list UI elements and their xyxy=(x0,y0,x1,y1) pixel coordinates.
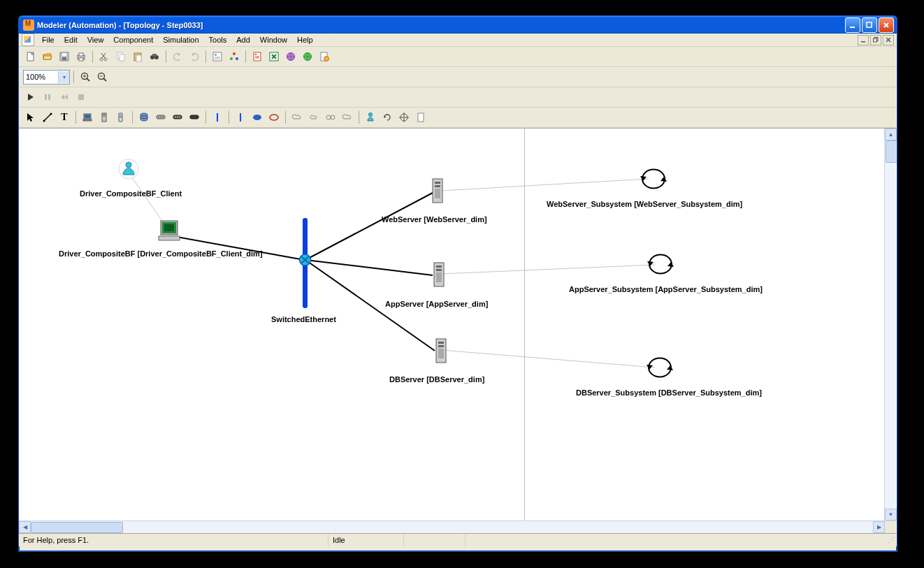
chevron-down-icon: ▾ xyxy=(58,71,69,83)
scroll-up-button[interactable]: ▲ xyxy=(885,129,897,140)
scroll-right-button[interactable]: ▶ xyxy=(873,521,885,533)
menu-help[interactable]: Help xyxy=(292,34,318,45)
pause-button[interactable] xyxy=(40,89,55,105)
rgb-dots-icon xyxy=(229,51,240,62)
redo-button[interactable] xyxy=(187,49,202,64)
mdi-minimize-button[interactable] xyxy=(858,35,869,45)
color-button[interactable] xyxy=(226,49,242,64)
svg-rect-70 xyxy=(240,113,241,122)
svg-line-47 xyxy=(44,114,51,121)
report2-button[interactable] xyxy=(317,49,332,64)
menu-file[interactable]: File xyxy=(37,34,59,45)
svg-rect-21 xyxy=(213,52,222,61)
find-button[interactable] xyxy=(147,49,162,64)
mdi-close-button[interactable] xyxy=(883,35,894,45)
db-subsystem-label[interactable]: DBServer_Subsystem [DBServer_Subsystem_d… xyxy=(576,388,762,397)
zoom-out-button[interactable] xyxy=(94,69,110,85)
vert-bar-tool[interactable] xyxy=(233,110,248,125)
svg-point-65 xyxy=(175,117,176,118)
rewind-button[interactable] xyxy=(57,89,72,105)
cloud-tool-3[interactable] xyxy=(340,110,355,125)
copy-button[interactable] xyxy=(113,49,129,64)
edge-icon xyxy=(43,112,52,122)
stop-button[interactable] xyxy=(73,89,89,105)
ellipse-outline-tool[interactable] xyxy=(266,110,282,125)
vertical-scrollbar[interactable]: ▲ ▼ xyxy=(884,129,897,520)
play-button[interactable] xyxy=(23,89,38,105)
horizontal-scrollbar[interactable]: ◀ ▶ xyxy=(19,520,897,533)
svg-rect-95 xyxy=(164,224,174,231)
menu-simulation[interactable]: Simulation xyxy=(158,34,203,45)
cut-button[interactable] xyxy=(96,49,112,64)
cloud-tool-1[interactable] xyxy=(289,110,305,125)
actor-tool[interactable] xyxy=(363,110,378,125)
mobile-tool[interactable] xyxy=(113,110,129,125)
svg-point-27 xyxy=(236,57,238,60)
report-button[interactable] xyxy=(250,49,265,64)
appserver-label[interactable]: AppServer [AppServer_dim] xyxy=(385,300,488,308)
excel-button[interactable] xyxy=(266,49,282,64)
print-button[interactable] xyxy=(73,49,89,64)
vertical-scroll-thumb[interactable] xyxy=(886,140,897,163)
close-button[interactable] xyxy=(879,17,894,33)
cycle-tool[interactable] xyxy=(380,110,395,125)
menu-view[interactable]: View xyxy=(82,34,109,45)
doc-tool[interactable] xyxy=(413,110,428,125)
switch-label[interactable]: SwitchedEthernet xyxy=(271,315,336,323)
zoom-in-button[interactable] xyxy=(78,69,93,85)
server-tool[interactable] xyxy=(96,110,112,125)
save-icon xyxy=(59,51,70,62)
rack-tool-1[interactable] xyxy=(153,110,168,125)
report-icon xyxy=(252,51,263,62)
ellipse-fill-tool[interactable] xyxy=(250,110,265,125)
mdi-restore-button[interactable] xyxy=(870,35,881,45)
scroll-down-button[interactable]: ▼ xyxy=(885,509,897,520)
dbserver-label[interactable]: DBServer [DBServer_dim] xyxy=(389,375,484,384)
rack-tool-3[interactable] xyxy=(187,110,202,125)
menu-add[interactable]: Add xyxy=(231,34,255,45)
paste-button[interactable] xyxy=(130,49,145,64)
driver-label[interactable]: Driver_CompositeBF [Driver_CompositeBF_C… xyxy=(59,249,263,258)
disk-tool[interactable] xyxy=(136,110,152,125)
svg-rect-0 xyxy=(850,27,855,28)
titlebar[interactable]: Modeler (Automation) - [Topology - Step0… xyxy=(19,16,897,34)
open-button[interactable] xyxy=(40,49,55,64)
zoom-combo[interactable]: 100% ▾ xyxy=(23,70,70,85)
horizontal-scroll-thumb[interactable] xyxy=(31,522,123,533)
rack-tool-2[interactable] xyxy=(170,110,185,125)
workstation-tool[interactable] xyxy=(80,110,95,125)
globe1-button[interactable] xyxy=(283,49,298,64)
menu-edit[interactable]: Edit xyxy=(59,34,82,45)
properties-button[interactable] xyxy=(210,49,225,64)
rewind-icon xyxy=(60,93,68,101)
new-button[interactable] xyxy=(23,49,38,64)
app-subsystem-label[interactable]: AppServer_Subsystem [AppServer_Subsystem… xyxy=(569,285,763,293)
driver-client-label[interactable]: Driver_CompositeBF_Client xyxy=(80,189,182,198)
undo-button[interactable] xyxy=(170,49,185,64)
bus-tool[interactable] xyxy=(210,110,225,125)
menu-component[interactable]: Component xyxy=(108,34,158,45)
web-subsystem-label[interactable]: WebServer_Subsystem [WebServer_Subsystem… xyxy=(547,200,742,208)
undo-icon xyxy=(172,51,183,62)
link-tool[interactable] xyxy=(323,110,338,125)
svg-rect-45 xyxy=(48,94,50,100)
menu-tools[interactable]: Tools xyxy=(204,34,232,45)
minimize-button[interactable] xyxy=(845,17,860,33)
globe2-button[interactable] xyxy=(300,49,315,64)
svg-line-82 xyxy=(441,265,654,274)
resize-grip-icon[interactable]: ⋰ xyxy=(884,536,897,545)
target-tool[interactable] xyxy=(396,110,412,125)
statusbar: For Help, press F1. Idle ⋰ xyxy=(19,533,897,546)
menu-window[interactable]: Window xyxy=(255,34,292,45)
cloud-tool-2[interactable] xyxy=(306,110,322,125)
select-tool[interactable] xyxy=(23,110,38,125)
svg-line-85 xyxy=(305,193,433,260)
text-tool[interactable]: T xyxy=(57,110,72,125)
webserver-label[interactable]: WebServer [WebServer_dim] xyxy=(382,215,487,224)
svg-point-66 xyxy=(177,117,178,118)
scissors-icon xyxy=(99,51,110,62)
save-button[interactable] xyxy=(57,49,72,64)
maximize-button[interactable] xyxy=(862,17,877,33)
edge-tool[interactable] xyxy=(40,110,55,125)
topology-canvas[interactable]: Driver_CompositeBF_Client Driver_Composi… xyxy=(19,128,897,520)
